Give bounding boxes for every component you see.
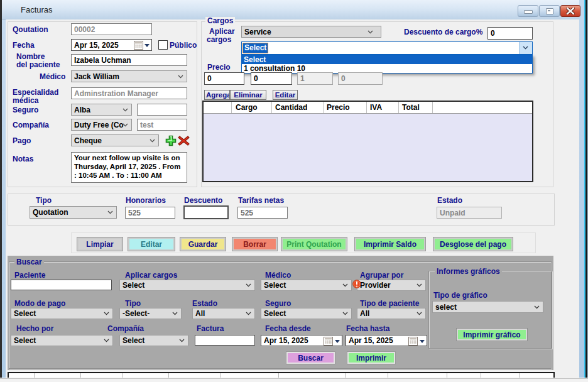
notas-value: Your next follow up visite is on Thursda… — [74, 153, 181, 180]
tipo-combo[interactable]: Quotation — [30, 206, 117, 219]
factura-input[interactable] — [195, 335, 255, 346]
buscar-medico-combo[interactable]: Select — [261, 280, 352, 291]
paciente-input[interactable] — [11, 280, 112, 290]
col-cargo: Cargo — [236, 103, 258, 112]
buscar-seguro-value: Select — [264, 309, 286, 318]
desglose-del-pago-label: Desglose del pago — [440, 240, 506, 249]
borrar-button[interactable]: Borrar — [232, 237, 277, 251]
cargo-select-dropdown-button[interactable] — [519, 42, 532, 54]
compania-extra-value: test — [140, 121, 153, 129]
fecha-hasta-datepicker[interactable]: Apr 15, 2025 — [346, 335, 427, 346]
imprimir-grafico-button[interactable]: Imprimir gráfico — [457, 329, 527, 341]
compania-combo[interactable]: Duty Free (Co — [71, 119, 132, 131]
imprimir-saldo-button[interactable]: Imprimir Saldo — [355, 237, 425, 251]
medico-combo[interactable]: Jack William — [71, 70, 187, 82]
precio-field-3[interactable]: 1 — [297, 72, 333, 85]
tipo-value: Quotation — [33, 208, 68, 217]
hecho-por-combo[interactable]: Select — [11, 335, 113, 346]
buscar-medico-label: Médico — [265, 271, 291, 280]
limpiar-label: Limpiar — [86, 240, 113, 249]
buscar-compania-label: Compañía — [107, 324, 144, 333]
facturas-window: Facturas Qoutation 00002 Fecha Apr 15, 2… — [0, 0, 588, 382]
dropdown-option-select[interactable]: Select — [242, 55, 532, 64]
tipo-de-grafico-label: Tipo de gráfico — [433, 291, 487, 300]
chevron-down-icon — [523, 46, 528, 50]
guardar-button[interactable]: Guardar — [180, 237, 226, 251]
aplicar-cargos-label-line2: cargos — [207, 36, 231, 44]
chevron-down-icon — [342, 283, 348, 287]
add-payment-icon[interactable] — [165, 135, 177, 146]
buscar-aplicar-cargos-combo[interactable]: Select — [119, 280, 255, 291]
editar-cargo-button[interactable]: Editar — [273, 90, 298, 100]
minimize-button[interactable] — [518, 5, 538, 17]
fecha-value: Apr 15, 2025 — [74, 41, 119, 50]
fecha-hasta-label: Fecha hasta — [346, 324, 389, 333]
chevron-down-icon — [368, 30, 373, 34]
honorarios-field[interactable]: 525 — [125, 207, 175, 219]
cargo-select-combo[interactable]: Select — [241, 41, 533, 55]
cargo-select-dropdown-list: Select 1 consultation 10 — [241, 55, 533, 74]
modo-de-pago-combo[interactable]: Select — [11, 308, 113, 319]
desglose-del-pago-button[interactable]: Desglose del pago — [433, 237, 513, 251]
chevron-down-icon — [416, 312, 422, 315]
descuento-label: Descuento — [184, 197, 222, 205]
close-button[interactable] — [560, 5, 580, 17]
chevron-down-icon — [172, 312, 178, 315]
service-combo[interactable]: Service — [241, 26, 381, 38]
cargos-table: Cargo Cantidad Precio IVA Total — [202, 101, 533, 182]
especialidad-field[interactable]: Adminstration Manager — [71, 87, 187, 99]
delete-payment-icon[interactable] — [178, 135, 190, 146]
print-qoutation-button[interactable]: Print Qoutation — [281, 237, 347, 251]
honorarios-value: 525 — [128, 209, 141, 217]
fecha-desde-datepicker[interactable]: Apr 15, 2025 — [261, 335, 342, 346]
limpiar-button[interactable]: Limpiar — [77, 237, 122, 251]
buscar-estado-combo[interactable]: All — [192, 308, 255, 319]
buscar-tipo-label: Tipo — [125, 299, 141, 308]
publico-label: Público — [170, 41, 197, 50]
pago-combo[interactable]: Cheque — [71, 134, 159, 146]
compania-extra-field[interactable]: test — [137, 119, 187, 131]
tipo-de-grafico-combo[interactable]: select — [432, 301, 543, 313]
nombre-field[interactable]: Izabela Uchman — [71, 54, 187, 66]
titlebar[interactable]: Facturas — [2, 0, 579, 20]
agregar-button[interactable]: Agregar — [204, 90, 230, 100]
buscar-compania-combo[interactable]: Select — [119, 335, 188, 346]
notas-field[interactable]: Your next follow up visite is on Thursda… — [71, 152, 187, 183]
seguro-combo[interactable]: Alba — [71, 104, 132, 116]
seguro-value: Alba — [74, 106, 90, 114]
seguro-label: Seguro — [13, 106, 38, 114]
editar-cargo-label: Editar — [275, 91, 296, 99]
eliminar-button[interactable]: Eliminar — [230, 90, 266, 100]
buscar-tipo-combo[interactable]: -Select- — [119, 308, 182, 319]
tarifas-value: 525 — [241, 209, 253, 217]
table-column-divider — [271, 102, 272, 113]
cargos-group-label: Cargos — [205, 17, 235, 25]
grid-column-divider — [34, 373, 35, 378]
qoutation-field[interactable]: 00002 — [71, 23, 152, 35]
editar-button[interactable]: Editar — [128, 237, 175, 251]
tipo-de-paciente-combo[interactable]: All — [357, 308, 426, 319]
tipo-de-grafico-value: select — [435, 303, 457, 312]
precio-field-4[interactable]: 0 — [338, 72, 383, 85]
precio-field-1[interactable]: 0 — [204, 72, 244, 85]
hecho-por-label: Hecho por — [16, 324, 53, 333]
fecha-datepicker[interactable]: Apr 15, 2025 — [71, 39, 152, 51]
buscar-group-label: Buscar — [14, 258, 44, 266]
tarifas-field[interactable]: 525 — [237, 207, 288, 219]
grid-column-divider — [220, 373, 220, 378]
maximize-button[interactable] — [539, 5, 560, 17]
grid-column-divider — [345, 373, 346, 378]
descuento-field[interactable] — [183, 205, 229, 219]
seguro-extra-field[interactable] — [137, 104, 187, 116]
estado-field[interactable]: Unpaid — [437, 207, 502, 219]
imprimir-button[interactable]: Imprimir — [347, 352, 395, 364]
maximize-icon — [546, 8, 553, 14]
notas-label: Notas — [13, 155, 33, 163]
precio-field-2[interactable]: 0 — [251, 72, 292, 85]
buscar-seguro-combo[interactable]: Select — [261, 308, 352, 319]
publico-checkbox[interactable] — [158, 40, 168, 50]
descuento-cargo-field[interactable]: 0 — [487, 27, 533, 40]
dropdown-option-consultation[interactable]: 1 consultation 10 — [242, 64, 532, 73]
buscar-button[interactable]: Buscar — [286, 352, 335, 364]
agrupar-por-combo[interactable]: Provider — [357, 280, 426, 291]
